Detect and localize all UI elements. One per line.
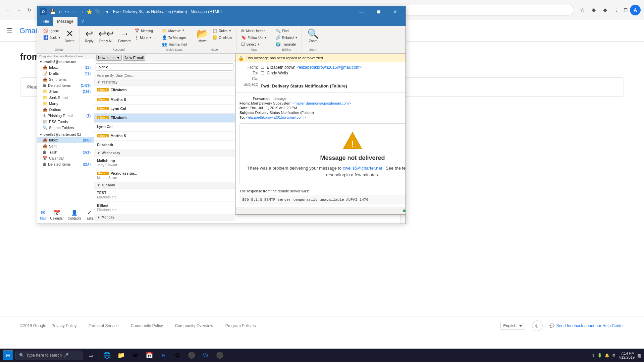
ribbon-translate-btn[interactable]: 🌍 Translate — [274, 41, 299, 47]
qa-attach[interactable]: 📎 — [94, 8, 101, 15]
ribbon-tab-help[interactable]: ? — [77, 17, 88, 26]
reload-button[interactable]: ↻ — [25, 5, 34, 15]
ribbon-move-to-btn[interactable]: 📁 Move to: ? — [161, 28, 189, 34]
forward-button[interactable]: → — [14, 5, 23, 15]
profile-avatar[interactable]: A — [630, 5, 641, 15]
msg-item-6[interactable]: Picnic Martha S — [94, 132, 235, 141]
start-button[interactable]: ⊞ — [3, 350, 13, 361]
folder-sent-2[interactable]: 📤 Sent — [37, 143, 94, 149]
ribbon-rules-btn[interactable]: 📋 Rules ▼ — [211, 28, 233, 34]
folder-account-1[interactable]: ▼ cwells5@charter.net — [37, 59, 94, 64]
ribbon-related-btn[interactable]: 🔗 Related ▼ — [274, 35, 299, 41]
ribbon-forward-btn[interactable]: → Forward — [116, 28, 133, 44]
community-policy-link[interactable]: Community Policy — [131, 323, 163, 328]
qa-redo[interactable]: ↪ — [64, 8, 70, 15]
ribbon-to-manager-btn[interactable]: 👤 To Manager — [161, 35, 189, 41]
msg-item-11[interactable]: EBlast Elizabeth bro — [94, 201, 235, 214]
ribbon-junk-btn[interactable]: 🚮 Junk ▼ — [42, 35, 62, 41]
taskbar-clock[interactable]: 7:14 PM 7/12/2019 — [618, 351, 635, 359]
drag-folders-bar[interactable]: Drag Your Favorite Folders Here — [37, 54, 94, 59]
msg-item-12[interactable]: GNHA Membership Dues Mon 9:53 PM Jerry E… — [94, 221, 235, 224]
msg-item-7[interactable]: Elizabeth — [94, 141, 235, 150]
ribbon-move-btn[interactable]: 📂 Move — [195, 28, 210, 44]
ribbon-ignore-btn[interactable]: 🚫 Ignore — [42, 28, 62, 34]
taskbar-search[interactable]: 🔍 Type here to search 🎤 — [15, 351, 83, 360]
task-view-btn[interactable]: ▭ — [85, 349, 97, 361]
new-items-btn[interactable]: New Items ▼ — [96, 55, 122, 61]
calendar-taskbar-btn[interactable]: 📅 — [143, 349, 155, 361]
word-btn[interactable]: W — [200, 349, 212, 361]
show-desktop-btn[interactable]: ▩ — [637, 353, 641, 358]
qa-back[interactable]: ← — [71, 8, 77, 15]
menu-button[interactable]: ⋮ — [612, 5, 621, 15]
msg-group-wednesday[interactable]: ▼ Wednesday — [94, 150, 235, 157]
nav-calendar-btn[interactable]: 📅 Calendar — [49, 207, 65, 222]
folder-junk[interactable]: 📁 Junk E-mail — [37, 95, 94, 101]
msg-group-monday[interactable]: ▼ Monday — [94, 214, 235, 221]
ribbon-follow-up-btn[interactable]: 🔖 Follow Up ▼ — [240, 35, 268, 41]
fwd-from-email[interactable]: <mailer-daemon@googlemail.com> — [292, 101, 351, 105]
ribbon-reply-btn[interactable]: ↩ Reply — [83, 28, 96, 44]
qa-fwd-btn[interactable]: → — [78, 8, 85, 15]
extension-btn-1[interactable]: ◆ — [589, 5, 598, 15]
ribbon-more-btn[interactable]: ⋮ More ▼ — [133, 35, 154, 41]
feedback-link[interactable]: 💬 Send feedback about our Help Center — [549, 323, 624, 328]
folder-account-2[interactable]: ▼ cwells5@charter.net (1) — [37, 132, 94, 137]
language-selector[interactable]: English — [500, 322, 525, 330]
msg-item-9[interactable]: Picnic Picnic assign... Martha Sever — [94, 169, 235, 182]
mail-btn[interactable]: ✉ — [129, 349, 141, 361]
google-apps-icon[interactable]: ⊓ — [623, 6, 628, 14]
settings-btn[interactable]: ⚙ — [171, 349, 183, 361]
ribbon-onenote-btn[interactable]: 📒 OneNote — [211, 35, 233, 41]
msg-item-10[interactable]: TEST Elizabeth bro — [94, 189, 235, 201]
maximize-button[interactable]: ▣ — [371, 6, 386, 17]
brightness-button[interactable]: ☾ — [532, 320, 543, 331]
program-policies-link[interactable]: Program Policies — [225, 323, 256, 328]
qa-save[interactable]: 💾 — [49, 8, 56, 15]
ribbon-tab-message[interactable]: Message — [53, 17, 77, 26]
msg-item-4[interactable]: Picnic Elizabeth — [94, 114, 235, 123]
fwd-to-email[interactable]: <elizabethkbrown2015@gmail.com> — [246, 115, 306, 119]
extension-btn-2[interactable]: ◆ — [600, 5, 610, 15]
community-overview-link[interactable]: Community Overview — [175, 323, 213, 328]
privacy-policy-link[interactable]: Privacy Policy — [52, 323, 77, 328]
msg-item-1[interactable]: Picnic Elizabeth — [94, 86, 235, 96]
folder-marty[interactable]: 📁 Marty — [37, 101, 94, 107]
msg-group-yesterday[interactable]: ▼ Yesterday — [94, 79, 235, 86]
ribbon-reply-all-btn[interactable]: ↩↩ Reply All — [96, 28, 116, 44]
folder-outbox[interactable]: 📤 Outbox — [37, 107, 94, 113]
folder-trash[interactable]: 🗑 Trash (321) — [37, 149, 94, 155]
to-checkbox[interactable]: ☐ — [261, 71, 264, 75]
explorer-btn[interactable]: 📁 — [115, 349, 127, 361]
folder-deleted-1[interactable]: 🗑 Deleted Items (1479) — [37, 82, 94, 88]
folder-search-folders[interactable]: 🔍 Search Folders — [37, 125, 94, 131]
ribbon-tab-file[interactable]: File — [39, 17, 53, 26]
folder-inbox-1[interactable]: 📥 Inbox (23) — [37, 64, 94, 70]
folder-phishing[interactable]: ⚠ Phishing E-mail (1) — [37, 113, 94, 119]
message-search-input[interactable] — [96, 63, 233, 71]
ribbon-team-email-btn[interactable]: 👥 Team E-mail — [161, 41, 189, 47]
msg-item-8[interactable]: Mailchimp Jerry Ellswort — [94, 157, 235, 169]
nav-tasks-btn[interactable]: ✓ Tasks — [84, 207, 95, 222]
ribbon-zoom-btn[interactable]: 🔍 Zoom — [305, 28, 321, 44]
msg-item-3[interactable]: Picnic Lynn Col — [94, 105, 235, 114]
msg-group-tuesday[interactable]: ▼ Tuesday — [94, 182, 235, 189]
ribbon-meeting-btn[interactable]: 📅 Meeting — [133, 28, 154, 34]
nav-contacts-btn[interactable]: 👤 Contacts — [66, 207, 82, 222]
from-checkbox[interactable]: ☐ — [261, 65, 264, 70]
msg-item-5[interactable]: Lynn Col — [94, 123, 235, 132]
back-button[interactable]: ← — [3, 5, 13, 15]
ribbon-delete-btn[interactable]: ✕ Delete — [63, 28, 76, 44]
edge-btn[interactable]: 🌐 — [101, 349, 113, 361]
folder-calendar[interactable]: 📅 Calendar — [37, 155, 94, 161]
folder-drafts[interactable]: 📝 Drafts (43) — [37, 70, 94, 76]
minimize-button[interactable]: — — [354, 6, 369, 17]
qa-dropdown[interactable]: ▼ — [104, 8, 110, 15]
folder-rss[interactable]: 📰 RSS Feeds — [37, 119, 94, 125]
ribbon-find-btn[interactable]: 🔍 Find — [274, 28, 299, 34]
nav-mail-btn[interactable]: ✉ Mail — [39, 207, 47, 222]
chrome-btn[interactable]: ⚫ — [185, 349, 198, 361]
green-btn[interactable]: ⚫ — [214, 349, 226, 361]
hamburger-menu[interactable]: ☰ — [7, 27, 13, 35]
ribbon-select-btn[interactable]: ☐ Select ▼ — [240, 41, 268, 47]
